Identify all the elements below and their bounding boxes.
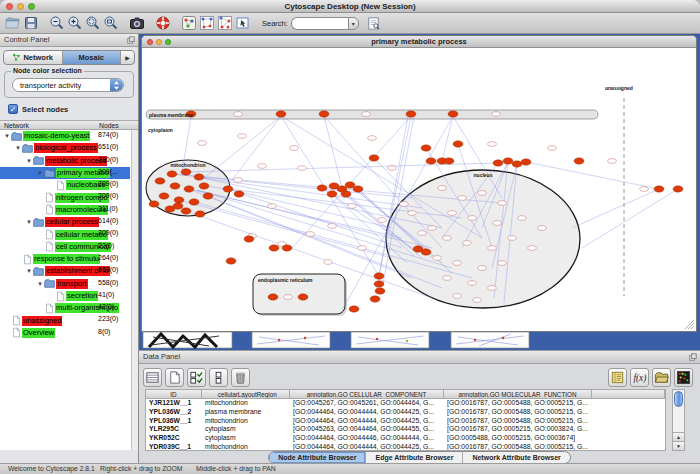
gene-label-node[interactable] [448, 211, 457, 216]
import-attributes-button[interactable] [652, 368, 671, 387]
tree-row[interactable]: nucleobase-209(0) [0, 179, 130, 191]
formula-builder-button[interactable]: f(x) [630, 368, 649, 387]
expander-icon[interactable]: ▾ [25, 267, 33, 275]
gene-node[interactable] [327, 191, 337, 197]
select-mode-button[interactable] [234, 14, 252, 32]
gene-node[interactable] [369, 155, 379, 161]
table-row[interactable]: YPL036W__1mitochondrion[GO:0044464, GO:0… [146, 417, 665, 426]
gene-node[interactable] [195, 211, 205, 217]
gene-label-node[interactable] [518, 216, 527, 221]
gene-label-node[interactable] [438, 186, 447, 191]
graph-edge[interactable] [582, 189, 678, 248]
gene-node[interactable] [374, 281, 384, 287]
tree-row[interactable]: ▾transport558(0) [0, 278, 130, 290]
gene-label-node[interactable] [234, 178, 243, 183]
scroll-up-icon[interactable]: ▲ [673, 432, 684, 441]
open-button[interactable] [4, 14, 22, 32]
gene-node[interactable] [199, 183, 209, 189]
gene-node[interactable] [421, 249, 431, 255]
gene-label-node[interactable] [234, 112, 243, 117]
expander-icon[interactable]: ▾ [36, 169, 44, 177]
tree-row[interactable]: cellular metabo209(0) [0, 228, 130, 240]
gene-label-node[interactable] [362, 112, 371, 117]
gene-node[interactable] [170, 183, 180, 189]
quick-find-settings-button[interactable] [365, 14, 383, 32]
gene-node[interactable] [181, 208, 191, 214]
snapshot-button[interactable] [128, 14, 146, 32]
zoom-in-button[interactable] [66, 14, 84, 32]
gene-node[interactable] [159, 193, 169, 199]
help-button[interactable] [154, 14, 172, 32]
tree-row[interactable]: unassigned223(0) [0, 314, 130, 326]
gene-node[interactable] [319, 111, 329, 117]
gene-node[interactable] [203, 193, 213, 199]
table-row[interactable]: YJR121W__1mitochondrion[GO:0045267, GO:0… [146, 399, 665, 408]
tab-node-attribute-browser[interactable]: Node Attribute Browser [269, 452, 366, 463]
column-header[interactable]: ID [146, 390, 202, 399]
gene-label-node[interactable] [458, 196, 467, 201]
gene-node[interactable] [189, 199, 199, 205]
gene-label-node[interactable] [258, 164, 267, 169]
select-nodes-checkbox[interactable]: ✓ [8, 104, 18, 114]
gene-node[interactable] [521, 159, 531, 165]
tree-row[interactable]: secretion41(0) [0, 290, 130, 302]
new-attribute-button[interactable] [165, 368, 184, 387]
gene-node[interactable] [181, 169, 191, 175]
vizmapper-button[interactable] [180, 14, 198, 32]
tab-edge-attribute-browser[interactable]: Edge Attribute Browser [366, 452, 463, 463]
zoom-selected-button[interactable] [84, 14, 102, 32]
tree-row[interactable]: ▾establishment of lo558(0) [0, 265, 130, 277]
tree-row[interactable]: ▾metabolic process280(0) [0, 155, 130, 167]
gene-label-node[interactable] [328, 224, 337, 229]
gene-label-node[interactable] [478, 266, 487, 271]
gene-label-node[interactable] [368, 136, 377, 141]
gene-node[interactable] [194, 174, 204, 180]
search-input[interactable] [291, 17, 348, 30]
gene-label-node[interactable] [640, 187, 649, 192]
gene-label-node[interactable] [498, 201, 507, 206]
zoom-fit-button[interactable] [102, 14, 120, 32]
tree-row[interactable]: Overview8(0) [0, 327, 130, 339]
attribute-table[interactable]: ID_cellularLayoutRegionannotation.GO CEL… [145, 389, 666, 451]
graph-edge[interactable] [186, 163, 498, 172]
table-row[interactable]: YKR052Ccytoplasm[GO:0044464, GO:0044446,… [146, 434, 665, 443]
gene-node[interactable] [244, 236, 254, 242]
gene-node[interactable] [673, 186, 683, 192]
table-row[interactable]: YPL036W__2plasma membrane[GO:0044464, GO… [146, 408, 665, 417]
gene-node[interactable] [654, 186, 664, 192]
layout-grid-button[interactable] [198, 14, 216, 32]
resize-grip[interactable] [685, 320, 694, 329]
gene-label-node[interactable] [498, 261, 507, 266]
table-row[interactable]: YDR039C__1mitochondrion[GO:0044464, GO:0… [146, 443, 665, 451]
tree-row[interactable]: cell communicat22(0) [0, 241, 130, 253]
gene-node[interactable] [349, 306, 359, 312]
gene-node[interactable] [353, 186, 363, 192]
gene-label-node[interactable] [473, 298, 482, 303]
graph-edge[interactable] [526, 162, 659, 189]
gene-label-node[interactable] [378, 218, 387, 223]
gene-node[interactable] [226, 258, 236, 264]
gene-node[interactable] [341, 191, 351, 197]
tree-row[interactable]: ▾biological_process651(0) [0, 142, 130, 154]
gene-node[interactable] [317, 185, 327, 191]
attribute-notes-button[interactable] [608, 368, 627, 387]
graph-edge[interactable] [324, 116, 342, 188]
gene-node[interactable] [269, 245, 279, 251]
column-header[interactable]: annotation.GO MOLECULAR_FUNCTION [444, 390, 592, 399]
gene-label-node[interactable] [433, 256, 442, 261]
tree-row[interactable]: multi-organism pro42(0) [0, 302, 130, 314]
gene-node[interactable] [374, 273, 384, 279]
column-header[interactable]: annotation.GO CELLULAR_COMPONENT [290, 390, 444, 399]
tree-row[interactable]: ▾primary metabo209(... [0, 167, 130, 179]
gene-label-node[interactable] [238, 134, 247, 139]
gene-node[interactable] [234, 191, 244, 197]
graph-edge[interactable] [204, 116, 281, 178]
graph-edge[interactable] [228, 189, 392, 228]
tree-row[interactable]: ▾mosaic-demo-yeast874(0) [0, 130, 130, 142]
gene-node[interactable] [149, 201, 159, 207]
gene-label-node[interactable] [528, 246, 537, 251]
gene-label-node[interactable] [453, 261, 462, 266]
gene-node[interactable] [276, 111, 286, 117]
gene-label-node[interactable] [198, 141, 207, 146]
save-button[interactable] [22, 14, 40, 32]
